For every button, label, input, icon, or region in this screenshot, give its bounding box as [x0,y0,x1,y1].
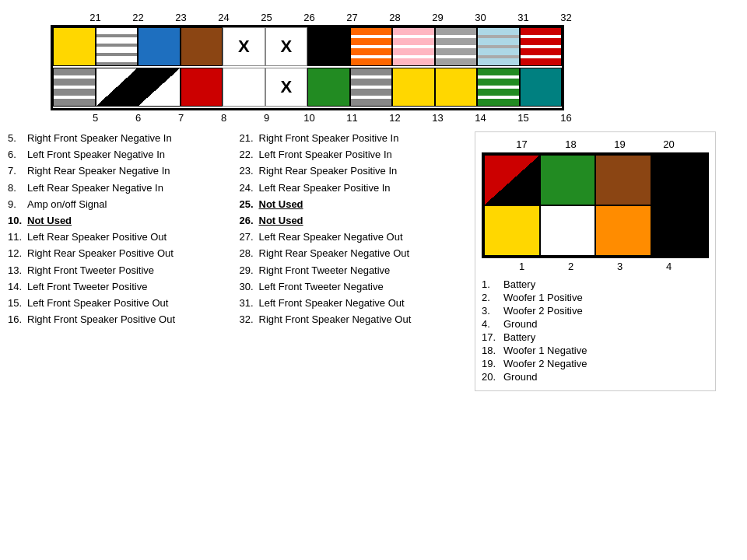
small-cell-3 [595,205,651,256]
legend-item-10: 10. Not Used [8,214,228,228]
legend-area: 5. Right Front Speaker Negative In 6. Le… [8,131,459,391]
legend-item-6: 6. Left Front Speaker Negative In [8,148,228,162]
small-legend-item-1: 1. Battery [482,278,709,290]
legend-item-30: 30. Left Front Tweeter Negative [240,280,460,294]
legend-item-15: 15. Left Front Speaker Positive Out [8,296,228,310]
small-legend-item-4: 4. Ground [482,318,709,330]
cell-21-top [53,27,96,66]
cell-31-top [477,27,520,66]
cell-10-bottom: X [265,68,308,107]
small-connector-body [482,152,709,258]
small-legend-item-17: 17. Battery [482,331,709,343]
small-legend-item-3: 3. Woofer 2 Positive [482,305,709,317]
legend-item-13: 13. Right Front Tweeter Positive [8,264,228,278]
cell-28-top [350,27,393,66]
cell-22-top [96,27,139,66]
small-legend: 1. Battery 2. Woofer 1 Positive 3. Woofe… [482,278,709,383]
small-cell-19 [595,155,651,205]
cell-24-top [181,27,223,66]
legend-item-11: 11. Left Rear Speaker Positive Out [8,230,228,244]
cell-6-bottom [96,68,139,107]
small-top-pins: 17 18 19 20 [482,138,709,150]
small-legend-item-18: 18. Woofer 1 Negative [482,345,709,356]
connector-row-2: X [53,68,562,108]
left-legend: 5. Right Front Speaker Negative In 6. Le… [8,131,236,329]
cell-16-bottom [520,68,563,107]
cell-7-bottom [138,68,181,107]
legend-item-8: 8. Left Rear Speaker Negative In [8,181,228,195]
legend-item-24: 24. Left Rear Speaker Positive In [240,181,460,195]
connector-row-1: X X [53,27,562,68]
cell-8-bottom [181,68,223,107]
small-bottom-pins: 1 2 3 4 [482,261,709,272]
cell-11-bottom [307,68,350,107]
small-diagram-container: 17 18 19 20 [475,131,716,391]
small-legend-item-2: 2. Woofer 1 Positive [482,292,709,303]
legend-item-29: 29. Right Front Tweeter Negative [240,264,460,278]
cell-15-bottom [477,68,520,107]
main-container: 21 22 23 24 25 26 27 28 29 30 31 32 X X [0,0,747,399]
small-cell-17 [484,155,540,205]
small-row-1 [484,155,707,205]
legend-item-22: 22. Left Front Speaker Positive In [240,148,460,162]
legend-item-5: 5. Right Front Speaker Negative In [8,131,228,145]
legend-item-32: 32. Right Front Speaker Negative Out [240,313,460,327]
legend-item-27: 27. Left Rear Speaker Negative Out [240,230,460,244]
legend-item-14: 14. Left Front Tweeter Positive [8,280,228,294]
small-cell-4 [651,205,707,256]
small-row-2 [484,205,707,256]
small-legend-item-20: 20. Ground [482,371,709,383]
small-cell-20 [651,155,707,205]
cell-29-top [392,27,435,66]
legend-item-12: 12. Right Rear Speaker Positive Out [8,247,228,261]
cell-26-top: X [265,27,308,66]
small-cell-1 [484,205,540,256]
small-cell-18 [540,155,596,205]
cell-9-bottom [223,68,265,107]
right-legend: 21. Right Front Speaker Positive In 22. … [236,131,460,329]
legend-item-28: 28. Right Rear Speaker Negative Out [240,247,460,261]
cell-5-bottom [53,68,96,107]
legend-item-16: 16. Right Front Speaker Positive Out [8,313,228,327]
connector-body: X X X [51,25,564,110]
legend-item-21: 21. Right Front Speaker Positive In [240,131,460,145]
legend-item-25: 25. Not Used [240,198,460,212]
cell-23-top [138,27,181,66]
legend-item-31: 31. Left Front Speaker Negative Out [240,296,460,310]
cell-13-bottom [392,68,435,107]
cell-14-bottom [435,68,478,107]
legend-item-26: 26. Not Used [240,214,460,228]
legend-item-23: 23. Right Rear Speaker Positive In [240,164,460,178]
cell-12-bottom [350,68,393,107]
top-pin-numbers: 21 22 23 24 25 26 27 28 29 30 31 32 [74,12,739,23]
cell-32-top [520,27,563,66]
cell-30-top [435,27,478,66]
legend-item-9: 9. Amp on/off Signal [8,198,228,212]
bottom-pin-numbers: 5 6 7 8 9 10 11 12 13 14 15 16 [74,112,739,124]
legend-item-7: 7. Right Rear Speaker Negative In [8,164,228,178]
cell-25-top: X [223,27,265,66]
cell-27-top [307,27,350,66]
small-legend-item-19: 19. Woofer 2 Negative [482,358,709,369]
small-cell-2 [540,205,596,256]
